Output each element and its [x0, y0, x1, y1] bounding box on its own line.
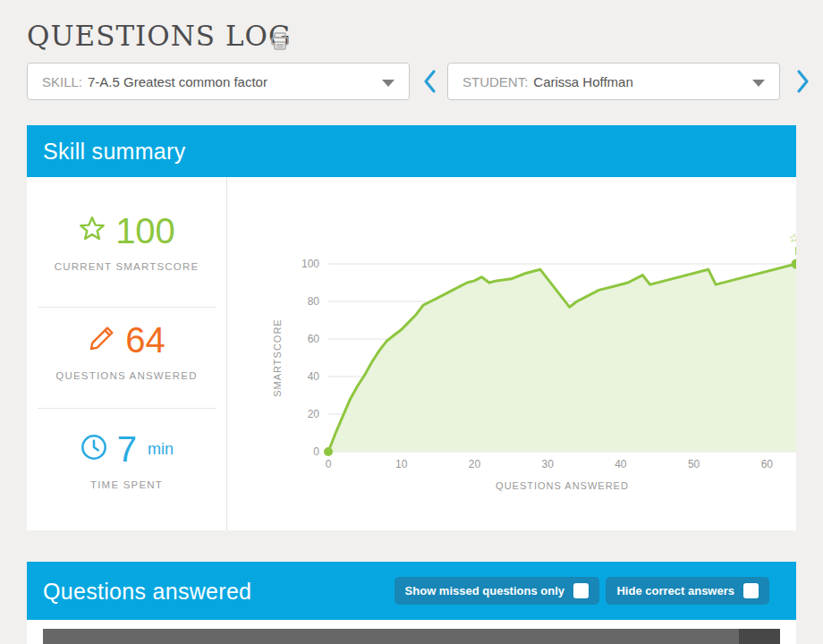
- student-dropdown-label: STUDENT:: [462, 74, 528, 89]
- chevron-right-icon[interactable]: [793, 68, 812, 95]
- x-axis-label: QUESTIONS ANSWERED: [496, 480, 629, 491]
- x-tick-0: 0: [326, 458, 332, 470]
- skill-dropdown[interactable]: SKILL: 7-A.5 Greatest common factor: [27, 63, 410, 100]
- smartscore-value: 100: [115, 213, 175, 249]
- chevron-left-icon[interactable]: [420, 68, 440, 95]
- questions-table-header: [43, 629, 780, 644]
- x-tick-50: 50: [688, 458, 700, 470]
- smartscore-label: CURRENT SMARTSCORE: [27, 261, 226, 272]
- time-spent-unit: min: [148, 440, 174, 459]
- hide-correct-answers-button[interactable]: Hide correct answers: [606, 577, 769, 605]
- star-icon: [78, 215, 106, 247]
- skill-dropdown-value: 7-A.5 Greatest common factor: [88, 74, 267, 89]
- skill-summary-panel: 100 CURRENT SMARTSCORE 64 QUESTIONS ANSW: [27, 177, 796, 530]
- time-spent-value: 7: [117, 431, 137, 467]
- stat-divider: [38, 408, 216, 409]
- show-missed-checkbox[interactable]: [573, 583, 589, 598]
- stats-column: 100 CURRENT SMARTSCORE 64 QUESTIONS ANSW: [27, 177, 227, 530]
- page-title: QUESTIONS LOG: [27, 20, 292, 52]
- x-tick-30: 30: [541, 458, 554, 470]
- y-axis-label: SMARTSCORE: [272, 318, 283, 396]
- time-spent-stat: 7 min TIME SPENT: [27, 431, 226, 490]
- stat-divider: [38, 307, 216, 308]
- questions-answered-stat: 64 QUESTIONS ANSWERED: [27, 322, 226, 381]
- show-missed-questions-only-label: Show missed questions only: [405, 584, 564, 597]
- x-tick-20: 20: [469, 458, 481, 470]
- student-dropdown-value: Carissa Hoffman: [533, 74, 632, 89]
- start-point-marker: [324, 447, 333, 456]
- printer-icon[interactable]: [269, 30, 291, 52]
- questions-answered-label: QUESTIONS ANSWERED: [27, 370, 226, 381]
- caret-down-icon: [382, 80, 395, 87]
- smartscore-stat: 100 CURRENT SMARTSCORE: [27, 213, 226, 272]
- y-tick-100: 100: [301, 258, 319, 270]
- time-spent-label: TIME SPENT: [27, 479, 226, 490]
- skill-summary-header: Skill summary: [27, 125, 796, 177]
- smartscore-chart: 0204060801000102030405060SMARTSCOREQUEST…: [242, 226, 796, 504]
- show-missed-questions-only-button[interactable]: Show missed questions only: [395, 577, 599, 605]
- skill-dropdown-label: SKILL:: [42, 74, 82, 89]
- clock-icon: [80, 433, 108, 465]
- hide-correct-answers-label: Hide correct answers: [616, 584, 734, 597]
- questions-answered-header: Questions answered Show missed questions…: [27, 562, 796, 620]
- y-tick-0: 0: [313, 445, 319, 458]
- questions-table-panel: [27, 620, 796, 644]
- skill-summary-title: Skill summary: [43, 139, 185, 165]
- questions-log-page: QUESTIONS LOG SKILL: 7-A.5 Greatest comm…: [0, 0, 823, 644]
- hide-correct-checkbox[interactable]: [743, 583, 759, 598]
- annotation-star-icon: ☆: [788, 231, 796, 245]
- x-tick-60: 60: [761, 458, 774, 470]
- x-tick-40: 40: [615, 458, 627, 470]
- questions-table-header-end: [739, 629, 780, 644]
- pencil-icon: [88, 324, 116, 356]
- questions-answered-title: Questions answered: [43, 578, 251, 604]
- chart-area-fill: [328, 264, 796, 452]
- student-dropdown[interactable]: STUDENT: Carissa Hoffman: [447, 63, 780, 100]
- y-tick-40: 40: [308, 370, 320, 383]
- y-tick-80: 80: [308, 295, 320, 308]
- questions-answered-value: 64: [125, 322, 165, 358]
- caret-down-icon: [752, 80, 765, 87]
- y-tick-20: 20: [308, 408, 320, 420]
- x-tick-10: 10: [395, 458, 408, 470]
- y-tick-60: 60: [308, 333, 320, 345]
